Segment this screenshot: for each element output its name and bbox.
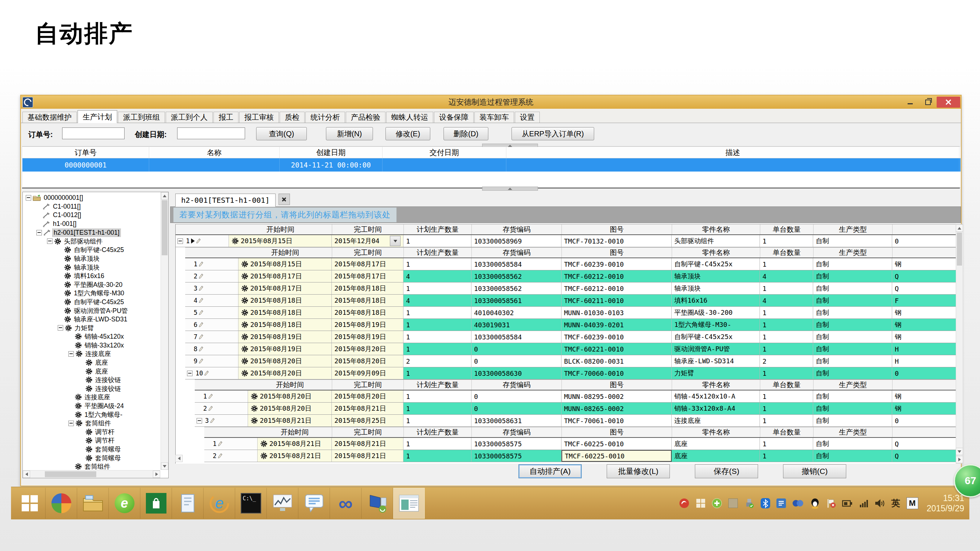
grid-col-drawing-no[interactable]: 图号	[562, 380, 672, 390]
cell-drawing-no[interactable]: TMCF-60211-0010	[562, 295, 672, 306]
create-date-input[interactable]	[177, 127, 245, 139]
orders-row-selected[interactable]: 00000000012014-11-21 00:00:00	[22, 158, 961, 171]
cell-unit-qty[interactable]: 1	[760, 258, 813, 270]
cell-finish-time[interactable]: 2015年08月25日	[332, 415, 404, 427]
action-button-2[interactable]: 批量修改(L)	[607, 464, 670, 478]
cell-plan-qty[interactable]: 1	[404, 235, 471, 247]
mes-app-window-icon[interactable]	[393, 488, 425, 519]
grid-row[interactable]: 22015年08月17日2015年08月17日4103300058562TMCF…	[185, 270, 957, 283]
grid-col-prod-type[interactable]: 生产类型	[813, 248, 892, 257]
cell-finish-time[interactable]: 2015年09月09日	[332, 367, 404, 379]
grid-collapse-toggle[interactable]	[187, 371, 192, 376]
cell-prod-type[interactable]: 自制	[813, 235, 892, 247]
grid-col-prod-type[interactable]: 生产类型	[813, 380, 892, 390]
cell-extra[interactable]: Q	[892, 438, 956, 449]
cell-unit-qty[interactable]: 1	[760, 235, 813, 247]
detail-tab-close-icon[interactable]	[278, 194, 290, 205]
toolbar-button-4[interactable]: 删除(D)	[444, 127, 488, 140]
cell-finish-time[interactable]: 2015年12月04	[332, 235, 404, 247]
orders-column-header[interactable]: 交付日期	[382, 147, 506, 158]
grid-scroll-right2[interactable]	[956, 456, 963, 463]
cell-unit-qty[interactable]: 1	[760, 283, 813, 294]
cell-stock-code[interactable]: 0	[471, 343, 562, 355]
grid-row[interactable]: 32015年08月17日2015年08月18日1103300058562TMCF…	[185, 283, 957, 295]
cell-stock-code[interactable]: 0	[471, 355, 562, 367]
cell-extra[interactable]: 0	[892, 415, 956, 427]
file-explorer-icon[interactable]	[77, 488, 109, 519]
grid-row-header[interactable]: 2	[185, 270, 239, 282]
tree-scroll-right[interactable]	[153, 470, 160, 478]
grid-row[interactable]: 82015年08月19日2015年08月20日10TMCF-60221-0010…	[185, 343, 957, 355]
cell-part-name[interactable]: 力矩臂	[672, 367, 760, 379]
grid-col-plan-qty[interactable]: 计划生产数量	[404, 224, 472, 234]
remote-desktop-icon[interactable]	[361, 488, 393, 519]
cell-drawing-no[interactable]: MUNN-08265-0002	[562, 403, 672, 414]
cell-plan-qty[interactable]: 1	[404, 438, 471, 449]
action-center-flag-icon[interactable]	[826, 499, 835, 508]
grid-col-stock-code[interactable]: 存货编码	[472, 224, 562, 234]
green-browser-icon[interactable]: e	[109, 488, 140, 519]
grid-row-header[interactable]: 3	[185, 283, 239, 294]
cell-prod-type[interactable]: 自制	[813, 319, 892, 330]
tree-item[interactable]: 连接铰链	[24, 375, 160, 384]
tab-13[interactable]: 设置	[515, 112, 540, 123]
tree-item[interactable]: 轴承座-LWD-SD31	[24, 315, 160, 324]
grid-row-header[interactable]: 8	[185, 343, 239, 355]
restore-button[interactable]	[919, 97, 937, 107]
cell-part-name[interactable]: 填料16x16	[672, 295, 760, 306]
grid-row-header[interactable]: 4	[185, 295, 239, 306]
cell-part-name[interactable]: 销轴-45x120x10-A	[672, 391, 760, 402]
tree-collapse-toggle[interactable]	[37, 230, 42, 235]
cell-extra[interactable]: Q	[892, 450, 956, 462]
bluetooth-icon[interactable]	[760, 498, 770, 508]
cell-start-time[interactable]: 2015年08月15日	[239, 258, 332, 270]
action-button-3[interactable]: 保存(S)	[695, 464, 758, 478]
cell-finish-time[interactable]: 2015年08月18日	[332, 307, 404, 319]
cell-finish-time[interactable]: 2015年08月17日	[332, 258, 404, 270]
cell-unit-qty[interactable]: 4	[760, 270, 813, 282]
cell-finish-time[interactable]: 2015年08月20日	[332, 343, 404, 355]
cell-plan-qty[interactable]: 1	[404, 283, 471, 294]
cell-extra[interactable]: 0	[892, 235, 956, 247]
cell-drawing-no[interactable]: TMCF-60225-0010	[562, 438, 672, 449]
cell-prod-type[interactable]: 自制	[813, 403, 892, 414]
cell-plan-qty[interactable]: 1	[404, 367, 471, 379]
performance-monitor-icon[interactable]	[267, 488, 298, 519]
tree-item[interactable]: 填料16x16	[24, 272, 160, 280]
grid-row-header[interactable]: 1	[204, 438, 258, 449]
cell-stock-code[interactable]: 403019031	[471, 319, 562, 330]
tab-5[interactable]: 报工	[213, 112, 239, 123]
cell-start-time[interactable]: 2015年08月21日	[258, 438, 332, 449]
cell-extra[interactable]: H	[892, 343, 956, 355]
windows-tray-icon[interactable]	[696, 499, 705, 508]
grid-row[interactable]: 12015年08月21日2015年08月21日1103300058575TMCF…	[204, 438, 957, 450]
ime-indicator[interactable]: M	[907, 497, 918, 509]
cell-prod-type[interactable]: 自制	[813, 283, 892, 294]
cell-start-time[interactable]: 2015年08月17日	[239, 283, 332, 294]
cell-stock-code[interactable]: 103300058584	[471, 258, 562, 270]
cell-start-time[interactable]: 2015年08月19日	[239, 331, 332, 343]
cell-plan-qty[interactable]: 2	[404, 355, 471, 367]
grid-col-part-name[interactable]: 零件名称	[672, 427, 760, 437]
grid-col-finish-time[interactable]: 完工时间	[332, 380, 404, 390]
tree-item[interactable]: h2-001[TEST1-h1-001]	[24, 228, 160, 237]
detail-tab[interactable]: h2-001[TEST1-h1-001]	[175, 194, 275, 207]
grid-row-header[interactable]: 1	[176, 235, 229, 247]
cell-plan-qty[interactable]: 1	[404, 343, 471, 355]
tree-item[interactable]: 套筒螺母	[24, 454, 160, 462]
cell-plan-qty[interactable]: 4	[404, 295, 471, 306]
tree-item[interactable]: 连接底座	[24, 350, 160, 359]
cell-unit-qty[interactable]: 4	[760, 295, 813, 306]
cell-unit-qty[interactable]: 1	[760, 450, 813, 462]
cell-unit-qty[interactable]: 1	[760, 331, 813, 343]
tree-item[interactable]: 轴承顶块	[24, 263, 160, 272]
usb-device-icon[interactable]	[744, 498, 754, 508]
cell-finish-time[interactable]: 2015年08月21日	[332, 403, 404, 414]
tab-12[interactable]: 装车卸车	[474, 112, 514, 123]
cell-stock-code[interactable]: 103300058969	[471, 235, 562, 247]
orders-column-header[interactable]: 订单号	[22, 147, 149, 158]
grid-row[interactable]: 52015年08月18日2015年08月18日14010040302MUNN-0…	[185, 307, 957, 319]
cell-start-time[interactable]: 2015年08月20日	[248, 391, 332, 402]
cell-plan-qty[interactable]: 1	[404, 258, 471, 270]
tree-item[interactable]: 自制平键-C45x25	[24, 297, 160, 306]
